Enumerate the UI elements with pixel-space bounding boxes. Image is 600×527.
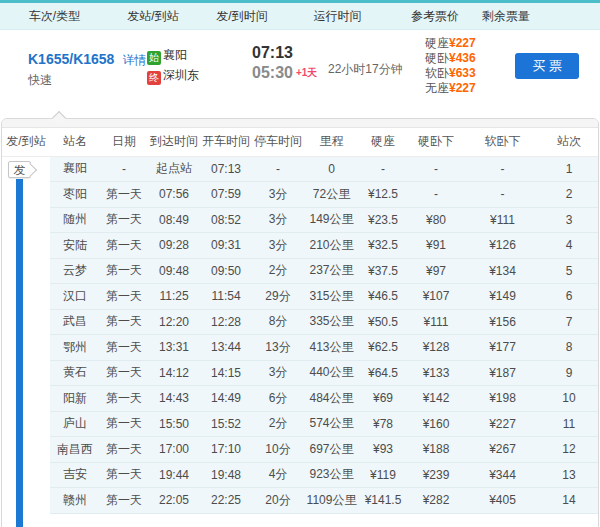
stop-mileage: 335公里 [304,309,359,335]
stop-depart-time: 09:50 [200,258,252,284]
train-number: K1655/K1658 [28,51,114,67]
timeline-lane-cell [2,411,50,437]
stop-hard-seat-price: - [359,156,407,182]
stop-hard-sleeper-price: ¥107 [407,284,465,310]
stop-sequence-number: 4 [540,233,598,259]
stop-row: 云梦 第一天 09:48 09:50 2分 237公里 ¥37.5 ¥97 ¥1… [2,258,598,284]
stop-depart-time: 14:15 [200,360,252,386]
stop-row: 阳新 第一天 14:43 14:49 6分 484公里 ¥69 ¥142 ¥19… [2,386,598,412]
stop-hard-seat-price: ¥46.5 [359,284,407,310]
stop-row: 南昌西 第一天 17:00 17:10 10分 697公里 ¥93 ¥188 ¥… [2,437,598,463]
stop-mileage: 237公里 [304,258,359,284]
stop-sequence-number: 6 [540,284,598,310]
stop-station-name: 南昌西 [50,437,100,463]
stop-row: 鄂州 第一天 13:31 13:44 13分 413公里 ¥62.5 ¥128 … [2,335,598,361]
stop-dwell-time: 6分 [252,386,304,412]
fare-list: 硬座¥227 硬卧¥436 软卧¥633 无座¥227 [425,36,476,96]
stop-arrive-time: 14:12 [148,360,200,386]
stop-hard-sleeper-price: ¥188 [407,437,465,463]
stop-station-name: 武昌 [50,309,100,335]
destination-station-line: 终深圳东 [147,65,199,85]
fare-line: 无座¥227 [425,81,476,96]
stop-dwell-time: 2分 [252,411,304,437]
timeline-lane-cell [2,284,50,310]
fare-price: ¥633 [449,66,476,80]
stop-arrive-time: 08:49 [148,207,200,233]
stop-mileage: 574公里 [304,411,359,437]
stop-row: 武昌 第一天 12:20 12:28 8分 335公里 ¥50.5 ¥111 ¥… [2,309,598,335]
stops-table-header-row: 发/到站站名日期到达时间开车时间停车时间里程硬座硬卧下软卧下站次 [2,128,598,156]
stop-mileage: 697公里 [304,437,359,463]
stop-hard-sleeper-price: ¥133 [407,360,465,386]
stop-hard-seat-price: ¥64.5 [359,360,407,386]
plus-one-day-label: +1天 [296,67,317,78]
stop-soft-sleeper-price: - [465,182,540,208]
stop-mileage: 315公里 [304,284,359,310]
stop-hard-seat-price: ¥12.5 [359,182,407,208]
stops-table-header-cell: 软卧下 [465,128,540,156]
stop-sequence-number: 1 [540,156,598,182]
timeline-lane-cell [2,182,50,208]
results-header: 车次/类型发站/到站发/到时间运行时间参考票价剩余票量 [0,0,600,30]
stop-soft-sleeper-price: ¥156 [465,309,540,335]
stop-hard-sleeper-price: ¥282 [407,488,465,514]
time-pair: 07:13 05:30+1天 [252,43,317,83]
results-header-column: 车次/类型 [0,8,109,25]
fare-line: 软卧¥633 [425,66,476,81]
stop-soft-sleeper-price: ¥126 [465,233,540,259]
fare-line: 硬卧¥436 [425,51,476,66]
stop-sequence-number: 10 [540,386,598,412]
stop-day: 第一天 [100,411,148,437]
stop-arrive-time: 11:25 [148,284,200,310]
fare-class-label: 硬卧 [425,51,449,65]
details-toggle-link[interactable]: 详情 [122,53,146,67]
stop-dwell-time: 3分 [252,207,304,233]
stop-hard-sleeper-price: - [407,182,465,208]
stop-mileage: 484公里 [304,386,359,412]
stop-hard-sleeper-price: ¥91 [407,233,465,259]
destination-station-name: 深圳东 [163,68,199,82]
fare-price: ¥227 [449,36,476,50]
stop-hard-seat-price: ¥78 [359,411,407,437]
stops-table-header-cell: 里程 [304,128,359,156]
stop-dwell-time: 8分 [252,309,304,335]
stop-hard-sleeper-price: ¥239 [407,462,465,488]
timeline-lane-cell [2,309,50,335]
stop-hard-sleeper-price: ¥97 [407,258,465,284]
stop-dwell-time: 20分 [252,488,304,514]
stop-mileage: 72公里 [304,182,359,208]
stop-arrive-time: 17:00 [148,437,200,463]
results-header-column: 运行时间 [287,8,388,25]
stop-arrive-time: 07:56 [148,182,200,208]
stop-station-name: 枣阳 [50,182,100,208]
stop-dwell-time: 10分 [252,437,304,463]
stop-soft-sleeper-price: ¥149 [465,284,540,310]
fare-class-label: 软卧 [425,66,449,80]
stop-hard-sleeper-price: - [407,156,465,182]
route-timeline-bar [16,179,23,527]
stop-dwell-time: 4分 [252,462,304,488]
stop-sequence-number: 9 [540,360,598,386]
stop-day: 第一天 [100,462,148,488]
buy-ticket-button[interactable]: 买 票 [515,53,579,79]
stop-hard-seat-price: ¥23.5 [359,207,407,233]
stops-table-header-cell: 发/到站 [2,128,50,156]
stop-dwell-time: - [252,156,304,182]
stops-table-header-cell: 日期 [100,128,148,156]
stop-soft-sleeper-price: ¥267 [465,437,540,463]
stop-soft-sleeper-price: ¥405 [465,488,540,514]
stop-soft-sleeper-price: ¥344 [465,462,540,488]
stop-dwell-time: 2分 [252,258,304,284]
stop-dwell-time: 3分 [252,360,304,386]
stop-dwell-time: 3分 [252,182,304,208]
stop-station-name: 鄂州 [50,335,100,361]
stop-row: 吉安 第一天 19:44 19:48 4分 923公里 ¥119 ¥239 ¥3… [2,462,598,488]
stop-station-name: 赣州 [50,488,100,514]
stop-day: 第一天 [100,233,148,259]
stops-table-header-cell: 站次 [540,128,598,156]
stops-table-header-cell: 硬座 [359,128,407,156]
stop-station-name: 安陆 [50,233,100,259]
stop-schedule-panel: 发 发/到站站名日期到达时间开车时间停车时间里程硬座硬卧下软卧下站次 襄阳 - … [1,118,599,527]
stop-station-name: 吉安 [50,462,100,488]
train-identity: K1655/K1658详情 [28,50,159,69]
